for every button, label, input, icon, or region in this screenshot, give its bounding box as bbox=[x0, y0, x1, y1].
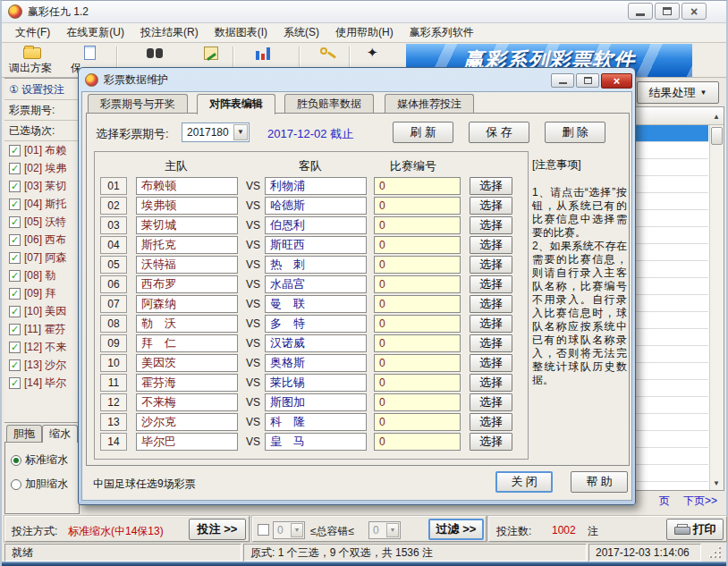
away-team-input[interactable]: 水晶宫 bbox=[265, 275, 367, 293]
compass-icon[interactable]: ✦ bbox=[367, 45, 378, 61]
home-team-input[interactable]: 拜 仁 bbox=[136, 334, 238, 352]
selected-match-item[interactable]: ✓[02] 埃弗 bbox=[4, 159, 79, 177]
select-button[interactable]: 选择 bbox=[470, 315, 512, 333]
close-dialog-button[interactable]: 关 闭 bbox=[495, 471, 553, 493]
match-number-input[interactable]: 0 bbox=[374, 236, 461, 254]
radio-dan-shrink[interactable]: 加胆缩水 bbox=[11, 477, 68, 492]
menu-data-charts[interactable]: 数据图表(I) bbox=[207, 22, 275, 43]
select-button[interactable]: 选择 bbox=[470, 256, 512, 274]
tab-suoshui[interactable]: 缩水 bbox=[42, 425, 78, 443]
away-team-input[interactable]: 斯旺西 bbox=[265, 236, 367, 254]
match-number-input[interactable]: 0 bbox=[374, 413, 461, 431]
selected-match-item[interactable]: ✓[12] 不来 bbox=[4, 338, 79, 356]
list-item[interactable] bbox=[631, 397, 708, 414]
vertical-scrollbar[interactable]: ▼ bbox=[709, 125, 724, 490]
home-team-input[interactable]: 西布罗 bbox=[136, 275, 238, 293]
match-number-input[interactable]: 0 bbox=[374, 334, 461, 352]
checkbox-checked-icon[interactable]: ✓ bbox=[9, 270, 21, 282]
select-button[interactable]: 选择 bbox=[470, 433, 512, 451]
select-button[interactable]: 选择 bbox=[470, 197, 512, 215]
checkbox-checked-icon[interactable]: ✓ bbox=[9, 181, 21, 192]
match-number-input[interactable]: 0 bbox=[374, 315, 461, 333]
home-team-input[interactable]: 埃弗顿 bbox=[136, 197, 238, 215]
checkbox-checked-icon[interactable]: ✓ bbox=[9, 377, 21, 389]
bet-button[interactable]: 投注 >> bbox=[189, 519, 246, 540]
list-item[interactable] bbox=[631, 142, 708, 159]
save-scheme-icon[interactable] bbox=[84, 46, 96, 60]
away-team-input[interactable]: 多 特 bbox=[265, 315, 367, 333]
away-team-input[interactable]: 利物浦 bbox=[265, 177, 367, 195]
checkbox-checked-icon[interactable]: ✓ bbox=[9, 252, 21, 264]
match-number-input[interactable]: 0 bbox=[374, 295, 461, 313]
selected-match-item[interactable]: ✓[13] 沙尔 bbox=[4, 356, 79, 374]
delete-button[interactable]: 删 除 bbox=[545, 122, 605, 143]
selected-match-item[interactable]: ✓[01] 布赖 bbox=[4, 141, 79, 159]
match-number-input[interactable]: 0 bbox=[374, 275, 461, 293]
minimize-button[interactable] bbox=[628, 3, 653, 20]
match-number-input[interactable]: 0 bbox=[374, 216, 461, 234]
checkbox-checked-icon[interactable]: ✓ bbox=[9, 324, 21, 335]
away-team-input[interactable]: 科 隆 bbox=[265, 413, 367, 431]
select-button[interactable]: 选择 bbox=[470, 354, 512, 372]
next-page-link[interactable]: 下页>> bbox=[683, 494, 717, 507]
selected-match-item[interactable]: ✓[14] 毕尔 bbox=[4, 374, 79, 392]
list-item[interactable] bbox=[631, 448, 708, 465]
scrollbar-thumb[interactable] bbox=[711, 127, 723, 145]
selected-match-item[interactable]: ✓[07] 阿森 bbox=[4, 249, 79, 266]
menu-bet-results[interactable]: 投注结果(R) bbox=[132, 22, 207, 43]
checkbox-checked-icon[interactable]: ✓ bbox=[9, 306, 21, 317]
list-item[interactable] bbox=[631, 363, 708, 380]
home-team-input[interactable]: 斯托克 bbox=[136, 236, 238, 254]
save-button[interactable]: 保 存 bbox=[469, 122, 529, 143]
match-number-input[interactable]: 0 bbox=[374, 393, 461, 411]
away-team-input[interactable]: 汉诺威 bbox=[265, 334, 367, 352]
tab-odds-data[interactable]: 胜负赔率数据 bbox=[284, 94, 374, 113]
select-button[interactable]: 选择 bbox=[470, 334, 512, 352]
list-item[interactable] bbox=[631, 125, 708, 142]
selected-match-item[interactable]: ✓[08] 勒 bbox=[4, 266, 79, 284]
match-number-input[interactable]: 0 bbox=[374, 354, 461, 372]
key-icon[interactable] bbox=[320, 47, 327, 55]
away-team-input[interactable]: 奥格斯 bbox=[265, 354, 367, 372]
maximize-button[interactable] bbox=[655, 3, 680, 20]
help-button[interactable]: 帮 助 bbox=[571, 471, 628, 493]
away-team-input[interactable]: 伯恩利 bbox=[265, 216, 367, 234]
list-item[interactable] bbox=[631, 193, 708, 210]
checkbox-checked-icon[interactable]: ✓ bbox=[9, 163, 21, 174]
dialog-maximize-button[interactable] bbox=[576, 73, 599, 88]
load-scheme-label[interactable]: 调出方案 bbox=[9, 61, 52, 76]
match-number-input[interactable]: 0 bbox=[374, 177, 461, 195]
resize-grip[interactable] bbox=[710, 547, 722, 559]
dialog-titlebar[interactable]: 彩票数据维护 × bbox=[81, 68, 632, 91]
tab-media-recommend[interactable]: 媒体推荐投注 bbox=[385, 94, 474, 113]
home-team-input[interactable]: 莱切城 bbox=[136, 216, 238, 234]
open-scheme-icon[interactable] bbox=[23, 47, 41, 59]
selected-match-item[interactable]: ✓[04] 斯托 bbox=[4, 195, 79, 213]
checkbox-checked-icon[interactable]: ✓ bbox=[9, 288, 21, 300]
list-item[interactable] bbox=[631, 346, 708, 363]
away-team-input[interactable]: 热 刺 bbox=[265, 256, 367, 274]
scroll-down-icon[interactable]: ▼ bbox=[713, 479, 720, 487]
print-button[interactable]: 打印 bbox=[666, 519, 724, 540]
list-item[interactable] bbox=[631, 380, 708, 397]
home-team-input[interactable]: 勒 沃 bbox=[136, 315, 238, 333]
tab-dantuo[interactable]: 胆拖 bbox=[6, 425, 42, 442]
select-button[interactable]: 选择 bbox=[470, 374, 512, 392]
home-team-input[interactable]: 不来梅 bbox=[136, 393, 238, 411]
match-number-input[interactable]: 0 bbox=[374, 256, 461, 274]
select-button[interactable]: 选择 bbox=[470, 177, 512, 195]
checkbox-checked-icon[interactable]: ✓ bbox=[9, 359, 21, 371]
selected-match-item[interactable]: ✓[11] 霍芬 bbox=[4, 320, 79, 338]
list-item[interactable] bbox=[631, 261, 708, 278]
filter-button[interactable]: 过滤 >> bbox=[428, 519, 484, 540]
menu-series-software[interactable]: 赢彩系列软件 bbox=[402, 22, 482, 43]
home-team-input[interactable]: 阿森纳 bbox=[136, 295, 238, 313]
selected-match-item[interactable]: ✓[03] 莱切 bbox=[4, 177, 79, 195]
list-item[interactable] bbox=[631, 210, 708, 227]
list-item[interactable] bbox=[631, 176, 708, 193]
list-item[interactable] bbox=[631, 159, 708, 176]
selected-match-item[interactable]: ✓[06] 西布 bbox=[4, 231, 79, 249]
list-item[interactable] bbox=[631, 227, 708, 244]
away-team-input[interactable]: 斯图加 bbox=[265, 393, 367, 411]
list-item[interactable] bbox=[631, 244, 708, 261]
